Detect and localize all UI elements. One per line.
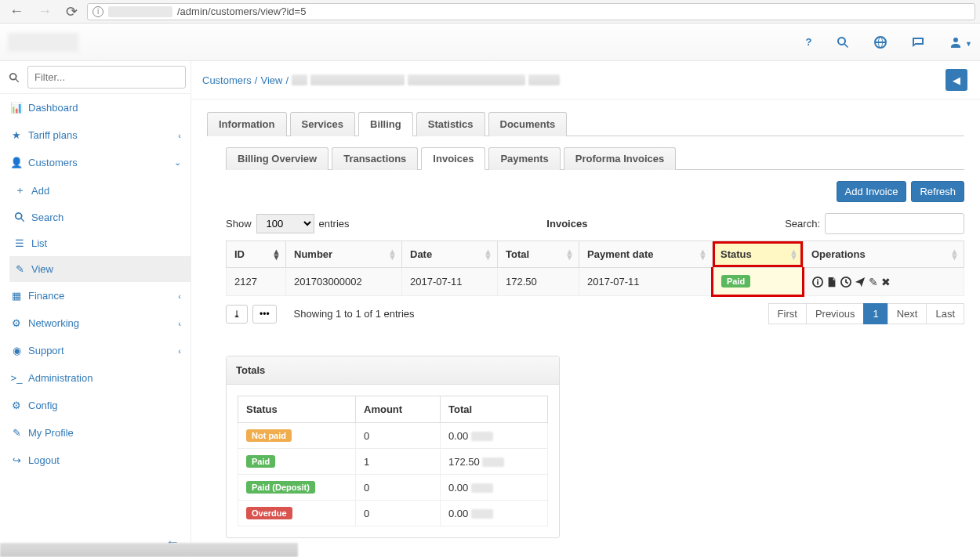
cell-total: 172.50	[498, 268, 579, 296]
breadcrumb-customers[interactable]: Customers	[202, 74, 252, 86]
totals-total: 0.00	[441, 475, 548, 501]
totals-col-amount: Amount	[356, 396, 441, 423]
sidebar-item-dashboard[interactable]: 📊Dashboard	[0, 94, 191, 121]
totals-row: Paid (Deposit) 0 0.00	[238, 475, 548, 501]
sidebar-filter-input[interactable]	[27, 66, 186, 89]
tab-documents[interactable]: Documents	[488, 112, 568, 136]
entries-select[interactable]: 100	[256, 214, 314, 233]
add-invoice-button[interactable]: Add Invoice	[837, 181, 907, 202]
col-payment-date[interactable]: Payment date▲▼	[579, 241, 713, 268]
subtab-proforma-invoices[interactable]: Proforma Invoices	[564, 147, 676, 170]
sidebar-item-config[interactable]: ⚙Config	[0, 392, 191, 419]
cell-date: 2017-07-11	[402, 268, 498, 296]
subtab-invoices[interactable]: Invoices	[421, 147, 485, 170]
col-operations: Operations▲▼	[804, 241, 964, 268]
globe-icon[interactable]	[874, 36, 887, 49]
col-number[interactable]: Number▲▼	[286, 241, 402, 268]
sidebar-item-administration[interactable]: >_Administration	[0, 364, 191, 392]
table-search-input[interactable]	[825, 213, 964, 234]
sidebar-item-label: Config	[28, 400, 58, 411]
url-path: /admin/customers/view?id=5	[177, 5, 306, 17]
tab-billing[interactable]: Billing	[358, 112, 413, 136]
table-search-label: Search:	[785, 218, 820, 230]
sidebar-item-list[interactable]: ☰List	[9, 230, 191, 256]
terminal-icon: >_	[9, 372, 24, 384]
page-previous[interactable]: Previous	[806, 303, 865, 324]
refresh-button[interactable]: Refresh	[911, 181, 964, 202]
info-icon[interactable]	[812, 276, 823, 288]
clock-icon[interactable]	[840, 276, 851, 288]
sort-icon: ▲▼	[272, 249, 281, 260]
page-1[interactable]: 1	[863, 303, 887, 324]
totals-amount: 0	[356, 475, 441, 501]
search-icon[interactable]	[837, 36, 849, 49]
sidebar-item-networking[interactable]: ⚙Networking‹	[0, 309, 191, 337]
sidebar-item-my-profile[interactable]: ✎My Profile	[0, 419, 191, 447]
search-icon	[13, 212, 27, 223]
sidebar-item-label: Customers	[28, 157, 78, 168]
sidebar-item-support[interactable]: ◉Support‹	[0, 337, 191, 364]
col-id[interactable]: ID▲▼	[227, 241, 286, 268]
subtab-transactions[interactable]: Transactions	[332, 147, 418, 170]
page-next[interactable]: Next	[887, 303, 927, 324]
sidebar-item-customers[interactable]: 👤Customers⌄	[0, 149, 191, 176]
totals-row: Not paid 0 0.00	[238, 423, 548, 449]
browser-back-button[interactable]: ←	[5, 2, 28, 21]
browser-url-bar[interactable]: i /admin/customers/view?id=5	[87, 3, 975, 20]
more-options-button[interactable]: •••	[252, 305, 277, 324]
dashboard-icon: 📊	[9, 102, 24, 114]
life-ring-icon: ◉	[9, 345, 24, 356]
chevron-left-icon: ‹	[178, 291, 181, 301]
help-icon[interactable]: ?	[806, 36, 812, 48]
currency-blur	[471, 483, 493, 493]
page-first[interactable]: First	[768, 303, 807, 324]
plus-icon: ＋	[13, 183, 27, 197]
subtab-payments[interactable]: Payments	[488, 147, 560, 170]
subtab-billing-overview[interactable]: Billing Overview	[226, 147, 328, 170]
col-date[interactable]: Date▲▼	[402, 241, 498, 268]
browser-forward-button[interactable]: →	[33, 2, 56, 21]
sidebar-item-tariff-plans[interactable]: ★Tariff plans‹	[0, 121, 191, 149]
page-last[interactable]: Last	[926, 303, 964, 324]
col-total[interactable]: Total▲▼	[498, 241, 579, 268]
sidebar-item-view[interactable]: ✎View	[9, 256, 191, 282]
export-button[interactable]: ⤓	[226, 305, 248, 324]
sidebar-item-label: Dashboard	[28, 102, 78, 114]
sidebar: 📊Dashboard ★Tariff plans‹ 👤Customers⌄ ＋A…	[0, 61, 191, 557]
user-icon[interactable]: ▼	[949, 36, 972, 49]
tab-services[interactable]: Services	[290, 112, 356, 136]
breadcrumb-view[interactable]: View	[260, 74, 282, 86]
sidebar-item-logout[interactable]: ↪Logout	[0, 447, 191, 474]
app-logo	[8, 33, 78, 52]
sidebar-item-label: Finance	[28, 290, 64, 302]
grid-icon: ▦	[9, 290, 24, 302]
delete-icon[interactable]: ✖	[881, 276, 891, 288]
statusbar-blur	[0, 543, 298, 557]
collapse-panel-button[interactable]: ◀	[946, 69, 967, 91]
sidebar-item-search[interactable]: Search	[9, 204, 191, 230]
status-badge: Paid	[246, 455, 275, 468]
browser-reload-button[interactable]: ⟳	[61, 2, 82, 22]
sort-icon: ▲▼	[789, 249, 798, 260]
cell-status: Paid	[713, 268, 804, 296]
invoices-table: ID▲▼ Number▲▼ Date▲▼ Total▲▼ Payment dat…	[226, 241, 964, 297]
totals-row: Paid 1 172.50	[238, 449, 548, 475]
col-status[interactable]: Status▲▼	[713, 241, 804, 268]
currency-blur	[471, 432, 493, 441]
file-icon[interactable]	[826, 276, 837, 288]
status-badge: Paid	[721, 275, 750, 288]
message-icon[interactable]	[912, 36, 924, 49]
tab-information[interactable]: Information	[207, 112, 287, 136]
show-label: Show	[226, 218, 252, 230]
totals-panel: Totals Status Amount Total Not p	[226, 356, 560, 538]
tab-statistics[interactable]: Statistics	[416, 112, 485, 136]
send-icon[interactable]	[855, 276, 866, 288]
sidebar-item-add[interactable]: ＋Add	[9, 176, 191, 204]
sidebar-item-label: Search	[31, 212, 64, 223]
edit-icon[interactable]: ✎	[869, 276, 878, 288]
breadcrumb-blur	[310, 74, 405, 85]
sidebar-item-finance[interactable]: ▦Finance‹	[0, 282, 191, 309]
sidebar-item-label: Tariff plans	[28, 129, 78, 141]
sort-icon: ▲▼	[950, 249, 959, 260]
totals-row: Overdue 0 0.00	[238, 501, 548, 526]
